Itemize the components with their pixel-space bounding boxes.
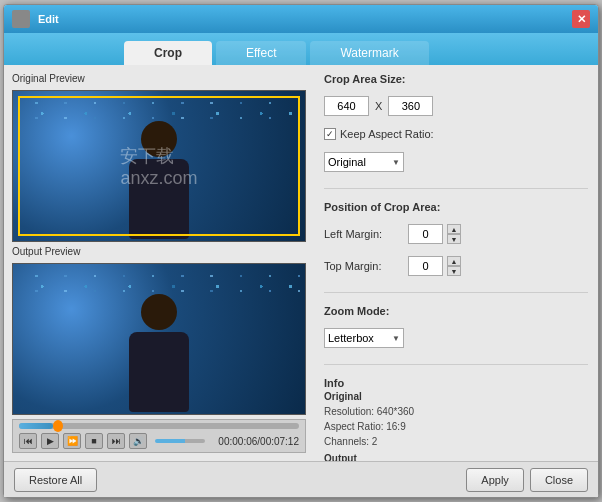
- left-margin-up[interactable]: ▲: [447, 224, 461, 234]
- output-preview-box: [12, 263, 306, 415]
- divider-3: [324, 364, 588, 365]
- original-preview-box: 安下载anxz.com: [12, 90, 306, 242]
- close-window-button[interactable]: ✕: [572, 10, 590, 28]
- original-video-frame: [13, 91, 305, 241]
- bottom-bar: Restore All Apply Close: [4, 461, 598, 497]
- original-channels: Channels: 2: [324, 434, 588, 449]
- keep-ratio-label: Keep Aspect Ratio:: [340, 128, 434, 140]
- head-original: [141, 121, 177, 157]
- volume-slider[interactable]: [155, 439, 205, 443]
- crop-area-size-label: Crop Area Size:: [324, 73, 588, 85]
- divider-2: [324, 292, 588, 293]
- ratio-dropdown-row: Original ▼: [324, 152, 588, 172]
- ratio-dropdown-arrow: ▼: [392, 158, 400, 167]
- controls-bar: ⏮ ▶ ⏩ ■ ⏭ 🔊 00:00:06/00:07:12: [12, 419, 306, 453]
- top-margin-up[interactable]: ▲: [447, 256, 461, 266]
- progress-bar[interactable]: [19, 423, 299, 429]
- left-margin-spinners: ▲ ▼: [447, 224, 461, 244]
- tab-watermark[interactable]: Watermark: [310, 41, 428, 65]
- zoom-dropdown-arrow: ▼: [392, 334, 400, 343]
- zoom-dropdown[interactable]: Letterbox ▼: [324, 328, 404, 348]
- divider-1: [324, 188, 588, 189]
- control-buttons: ⏮ ▶ ⏩ ■ ⏭ 🔊 00:00:06/00:07:12: [19, 433, 299, 449]
- tab-effect[interactable]: Effect: [216, 41, 306, 65]
- crop-height-input[interactable]: [388, 96, 433, 116]
- info-section: Info Original Resolution: 640*360 Aspect…: [324, 377, 588, 461]
- title-bar: Edit ✕: [4, 5, 598, 33]
- progress-fill: [19, 423, 53, 429]
- fast-forward-button[interactable]: ⏩: [63, 433, 81, 449]
- info-title: Info: [324, 377, 588, 389]
- tabs-bar: Crop Effect Watermark: [4, 33, 598, 65]
- left-margin-label: Left Margin:: [324, 228, 404, 240]
- main-content: Original Preview 安下载anxz.com Output Prev…: [4, 65, 598, 461]
- volume-button[interactable]: 🔊: [129, 433, 147, 449]
- left-margin-down[interactable]: ▼: [447, 234, 461, 244]
- original-info-title: Original: [324, 391, 588, 402]
- right-panel: Crop Area Size: X Keep Aspect Ratio: Ori…: [314, 65, 598, 461]
- progress-thumb[interactable]: [53, 420, 63, 432]
- body-original: [129, 159, 189, 239]
- edit-window: Edit ✕ Crop Effect Watermark Original Pr…: [3, 4, 599, 498]
- skip-forward-button[interactable]: ⏭: [107, 433, 125, 449]
- top-margin-label: Top Margin:: [324, 260, 404, 272]
- tab-crop[interactable]: Crop: [124, 41, 212, 65]
- crop-width-input[interactable]: [324, 96, 369, 116]
- title-text: Edit: [38, 13, 572, 25]
- original-preview-label: Original Preview: [12, 73, 306, 84]
- restore-all-button[interactable]: Restore All: [14, 468, 97, 492]
- zoom-dropdown-row: Letterbox ▼: [324, 328, 588, 348]
- ratio-dropdown-value: Original: [328, 156, 366, 168]
- person-silhouette-output: [124, 294, 194, 414]
- keep-ratio-checkbox[interactable]: [324, 128, 336, 140]
- head-output: [141, 294, 177, 330]
- crop-size-row: X: [324, 96, 588, 116]
- time-display: 00:00:06/00:07:12: [218, 436, 299, 447]
- output-preview-label: Output Preview: [12, 246, 306, 257]
- x-separator: X: [375, 100, 382, 112]
- top-margin-spinners: ▲ ▼: [447, 256, 461, 276]
- top-margin-input[interactable]: [408, 256, 443, 276]
- zoom-mode-label: Zoom Mode:: [324, 305, 588, 317]
- top-margin-down[interactable]: ▼: [447, 266, 461, 276]
- app-icon: [12, 10, 30, 28]
- left-margin-row: Left Margin: ▲ ▼: [324, 224, 588, 244]
- ratio-dropdown[interactable]: Original ▼: [324, 152, 404, 172]
- left-margin-input[interactable]: [408, 224, 443, 244]
- top-margin-row: Top Margin: ▲ ▼: [324, 256, 588, 276]
- original-aspect: Aspect Ratio: 16:9: [324, 419, 588, 434]
- body-output: [129, 332, 189, 412]
- apply-button[interactable]: Apply: [466, 468, 524, 492]
- original-resolution: Resolution: 640*360: [324, 404, 588, 419]
- stop-button[interactable]: ■: [85, 433, 103, 449]
- position-label: Position of Crop Area:: [324, 201, 588, 213]
- person-silhouette-original: [124, 121, 194, 241]
- output-info-title: Output: [324, 453, 588, 461]
- left-panel: Original Preview 安下载anxz.com Output Prev…: [4, 65, 314, 461]
- output-video-frame: [13, 264, 305, 414]
- play-button[interactable]: ▶: [41, 433, 59, 449]
- skip-back-button[interactable]: ⏮: [19, 433, 37, 449]
- keep-ratio-row: Keep Aspect Ratio:: [324, 128, 588, 140]
- zoom-dropdown-value: Letterbox: [328, 332, 374, 344]
- close-button[interactable]: Close: [530, 468, 588, 492]
